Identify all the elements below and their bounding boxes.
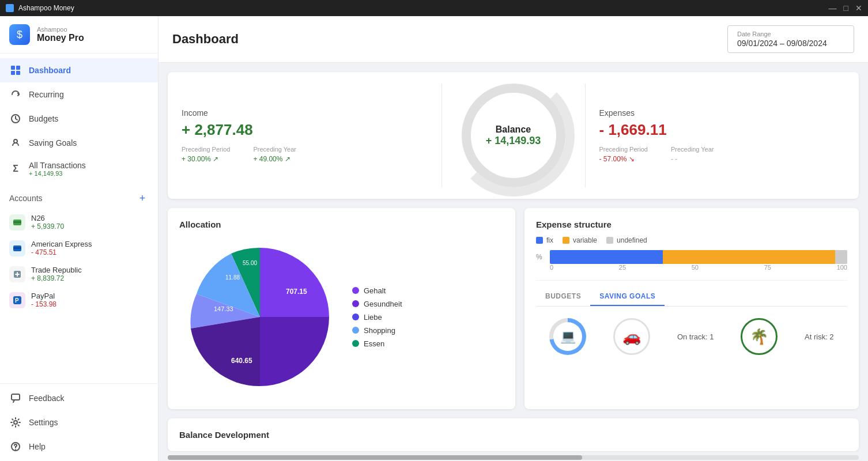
sidebar-item-saving-goals[interactable]: Saving Goals (0, 131, 158, 155)
liebe-label: Liebe (364, 313, 382, 322)
legend-gehalt: Gehalt (352, 286, 402, 295)
goal-icon-3: 🌴 (741, 318, 778, 355)
sidebar-item-budgets[interactable]: Budgets (0, 107, 158, 131)
svg-point-14 (14, 421, 17, 424)
goal-emoji-1: 💻 (553, 322, 582, 351)
shopping-dot (352, 327, 359, 334)
income-preceding-period: Preceding Period + 30.00% ↗ (182, 146, 230, 163)
sidebar-header: $ Ashampoo Money Pro (0, 16, 158, 54)
goal-item-3: 🌴 (741, 318, 778, 355)
date-range-label: Date Range (737, 31, 844, 37)
balance-amount: + 14,149.93 (486, 135, 541, 147)
svg-text:707.15: 707.15 (286, 288, 307, 296)
expense-bar-track (550, 250, 847, 264)
scrollbar-track[interactable] (168, 455, 859, 460)
title-bar-left: Ashampoo Money (6, 4, 74, 12)
sidebar-nav: Dashboard Recurring Budgets (0, 54, 158, 187)
title-bar-label: Ashampoo Money (18, 4, 74, 12)
essen-label: Essen (364, 339, 384, 348)
accounts-header: Accounts + (9, 192, 149, 205)
dashboard-grid: Income + 2,877.48 Preceding Period + 30.… (158, 63, 868, 452)
expense-card: Expense structure fix variable (524, 208, 859, 409)
brand-bottom: Money Pro (37, 33, 84, 43)
pie-chart: 707.15 640.65 147.33 11.88 55.00 (179, 236, 341, 398)
expenses-preceding-year-value: - - (671, 155, 714, 163)
income-preceding-year-label: Preceding Year (253, 146, 296, 153)
budgets-label: Budgets (29, 114, 58, 123)
income-label: Income (182, 108, 428, 118)
sidebar-item-dashboard[interactable]: Dashboard (0, 58, 158, 82)
sidebar-item-recurring[interactable]: Recurring (0, 82, 158, 107)
expense-structure-title: Expense structure (536, 220, 847, 229)
date-range-box[interactable]: Date Range 09/01/2024 – 09/08/2024 (727, 25, 854, 53)
recurring-label: Recurring (29, 90, 64, 99)
svg-rect-1 (16, 66, 20, 70)
budgets-icon (9, 112, 22, 125)
fix-legend: fix (536, 236, 553, 244)
essen-dot (352, 340, 359, 347)
budgets-tab[interactable]: BUDGETS (536, 288, 590, 306)
svg-rect-0 (11, 66, 15, 70)
n26-balance: + 5,939.70 (31, 222, 64, 231)
gehalt-label: Gehalt (364, 286, 386, 295)
add-account-button[interactable]: + (136, 192, 149, 205)
main-content: Dashboard Date Range 09/01/2024 – 09/08/… (158, 16, 868, 461)
pie-legend: Gehalt Gesundheit Liebe (352, 286, 402, 348)
close-button[interactable]: ✕ (855, 3, 862, 13)
scrollbar-thumb[interactable] (168, 455, 582, 460)
logo-icon: $ (17, 29, 22, 41)
dashboard-label: Dashboard (29, 66, 71, 75)
account-item-n26[interactable]: N26 + 5,939.70 (9, 209, 149, 235)
bottom-row: Allocation (168, 208, 859, 409)
maximize-button[interactable]: □ (844, 3, 848, 13)
svg-point-5 (14, 139, 17, 143)
income-amount: + 2,877.48 (182, 121, 428, 139)
bar-percent-label: % (536, 253, 545, 261)
variable-bar (663, 250, 835, 264)
balance-dev-title: Balance Development (179, 430, 847, 440)
sidebar-item-help[interactable]: Help (0, 434, 158, 459)
goal-icon-1: 💻 (549, 318, 586, 355)
legend-liebe: Liebe (352, 313, 402, 322)
undefined-color (606, 237, 613, 244)
income-preceding-year-value: + 49.00% ↗ (253, 155, 296, 163)
n26-name: N26 (31, 214, 64, 222)
sidebar-item-feedback[interactable]: Feedback (0, 386, 158, 410)
saving-goals-icon (9, 137, 22, 149)
goal-item-2: 🚗 (613, 318, 650, 355)
balance-title: Balance (496, 124, 531, 135)
expense-legend: fix variable undefined (536, 236, 847, 244)
balance-circle: Balance + 14,149.93 (462, 84, 565, 187)
feedback-icon (9, 392, 22, 405)
goal-item-1: 💻 (549, 318, 586, 355)
axis-25: 25 (619, 264, 626, 271)
account-item-amex[interactable]: American Express - 475.51 (9, 235, 149, 261)
expense-axis: 0 25 50 75 100 (536, 264, 847, 271)
expense-bar-area: % (536, 250, 847, 264)
account-item-trade-republic[interactable]: Trade Republic + 8,839.72 (9, 261, 149, 287)
dashboard-icon (9, 64, 22, 77)
paypal-info: PayPal - 153.98 (31, 292, 56, 308)
expenses-label: Expenses (599, 108, 846, 118)
n26-icon (9, 214, 25, 231)
expenses-amount: - 1,669.11 (599, 121, 846, 139)
trade-republic-info: Trade Republic + 8,839.72 (31, 266, 82, 282)
title-bar-controls: — □ ✕ (829, 3, 862, 13)
balance-section: Balance + 14,149.93 (456, 84, 571, 187)
account-item-paypal[interactable]: P PayPal - 153.98 (9, 287, 149, 313)
expenses-sub: Preceding Period - 57.00% ↘ Preceding Ye… (599, 146, 846, 163)
pie-area: 707.15 640.65 147.33 11.88 55.00 (179, 236, 504, 398)
svg-rect-9 (13, 247, 21, 249)
paypal-icon: P (9, 292, 25, 308)
saving-goals-tab[interactable]: SAVING GOALS (590, 288, 665, 306)
minimize-button[interactable]: — (829, 3, 837, 13)
expense-structure: Expense structure fix variable (536, 220, 847, 271)
axis-50: 50 (692, 264, 699, 271)
sidebar-item-all-transactions[interactable]: Σ All Transactions + 14,149.93 (0, 155, 158, 183)
undefined-label: undefined (617, 236, 647, 244)
sidebar-item-settings[interactable]: Settings (0, 410, 158, 434)
paypal-name: PayPal (31, 292, 56, 300)
arrow-down-icon: ↘ (629, 155, 635, 163)
variable-label: variable (573, 236, 597, 244)
legend-shopping: Shopping (352, 326, 402, 335)
